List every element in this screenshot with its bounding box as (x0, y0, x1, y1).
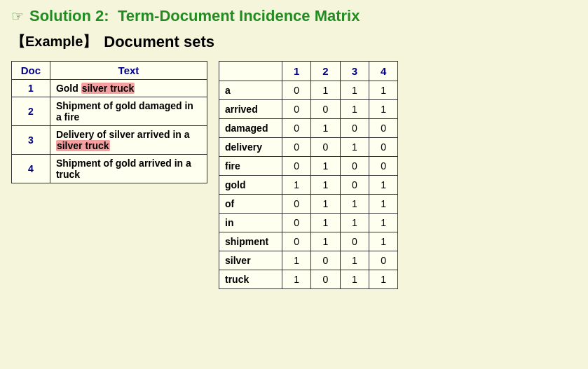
matrix-val-a-1: 0 (282, 81, 311, 100)
matrix-val-damaged-1: 0 (282, 119, 311, 138)
table-row: truck1011 (219, 270, 398, 289)
matrix-val-shipment-2: 1 (311, 232, 340, 251)
subtitle-label: Document sets (104, 33, 214, 51)
matrix-val-arrived-3: 1 (340, 100, 369, 119)
highlight-silver-truck-1: silver truck (81, 83, 135, 94)
doc-text-3: Delivery of silver arrived in a silver t… (50, 126, 207, 155)
matrix-val-arrived-2: 0 (311, 100, 340, 119)
matrix-val-gold-1: 1 (282, 176, 311, 195)
matrix-val-shipment-1: 0 (282, 232, 311, 251)
matrix-val-delivery-2: 0 (311, 138, 340, 157)
matrix-term: silver (219, 251, 282, 270)
matrix-term: damaged (219, 119, 282, 138)
matrix-val-a-2: 1 (311, 81, 340, 100)
doc-text-4: Shipment of gold arrived in a truck (50, 155, 207, 183)
matrix-val-of-1: 0 (282, 195, 311, 214)
matrix-term: a (219, 81, 282, 100)
table-row: fire0100 (219, 157, 398, 176)
matrix-val-gold-3: 0 (340, 176, 369, 195)
bracket-example: 【Example】 (11, 32, 97, 51)
matrix-val-arrived-1: 0 (282, 100, 311, 119)
matrix-val-damaged-4: 0 (369, 119, 398, 138)
finger-icon: ☞ (11, 8, 24, 25)
matrix-val-delivery-1: 0 (282, 138, 311, 157)
matrix-col-1: 1 (282, 62, 311, 81)
matrix-val-truck-3: 1 (340, 270, 369, 289)
title-text: Solution 2: Term-Document Incidence Matr… (29, 7, 360, 25)
matrix-val-of-2: 1 (311, 195, 340, 214)
matrix-val-shipment-4: 1 (369, 232, 398, 251)
matrix-term: gold (219, 176, 282, 195)
matrix-val-delivery-3: 1 (340, 138, 369, 157)
matrix-val-of-4: 1 (369, 195, 398, 214)
solution-label: Solution 2: (29, 7, 109, 25)
matrix-header-empty (219, 62, 282, 81)
doc-header: Doc (12, 62, 50, 80)
matrix-val-damaged-3: 0 (340, 119, 369, 138)
highlight-silver-truck-3: silver truck (56, 140, 110, 151)
table-row: delivery0010 (219, 138, 398, 157)
text-header: Text (50, 62, 207, 80)
matrix-val-of-3: 1 (340, 195, 369, 214)
matrix-col-4: 4 (369, 62, 398, 81)
matrix-val-gold-2: 1 (311, 176, 340, 195)
matrix-val-silver-4: 0 (369, 251, 398, 270)
table-row: 2 Shipment of gold damaged in a fire (12, 97, 207, 126)
table-row: gold1101 (219, 176, 398, 195)
matrix-val-silver-1: 1 (282, 251, 311, 270)
matrix-val-fire-1: 0 (282, 157, 311, 176)
table-row: silver1010 (219, 251, 398, 270)
main-title: Term-Document Incidence Matrix (118, 7, 360, 25)
matrix-val-gold-4: 1 (369, 176, 398, 195)
table-row: of0111 (219, 195, 398, 214)
matrix-val-arrived-4: 1 (369, 100, 398, 119)
matrix-val-fire-2: 1 (311, 157, 340, 176)
table-row: 3 Delivery of silver arrived in a silver… (12, 126, 207, 155)
doc-table: Doc Text 1 Gold silver truck 2 Shipment … (11, 61, 207, 183)
matrix-val-truck-4: 1 (369, 270, 398, 289)
matrix-val-silver-3: 1 (340, 251, 369, 270)
matrix-val-a-3: 1 (340, 81, 369, 100)
subtitle-row: 【Example】 Document sets (11, 32, 577, 51)
matrix-val-in-2: 1 (311, 214, 340, 232)
doc-text-2: Shipment of gold damaged in a fire (50, 97, 207, 126)
doc-num-2: 2 (12, 97, 50, 126)
matrix-term: shipment (219, 232, 282, 251)
matrix-term: arrived (219, 100, 282, 119)
matrix-term: delivery (219, 138, 282, 157)
content-area: Doc Text 1 Gold silver truck 2 Shipment … (11, 61, 577, 289)
matrix-term: fire (219, 157, 282, 176)
table-row: 4 Shipment of gold arrived in a truck (12, 155, 207, 183)
matrix-val-silver-2: 0 (311, 251, 340, 270)
table-row: 1 Gold silver truck (12, 80, 207, 97)
table-row: damaged0100 (219, 119, 398, 138)
doc-text-1: Gold silver truck (50, 80, 207, 97)
matrix-table: 1 2 3 4 a0111arrived0011damaged0100deliv… (219, 61, 398, 289)
matrix-val-in-1: 0 (282, 214, 311, 232)
table-row: in0111 (219, 214, 398, 232)
doc-num-3: 3 (12, 126, 50, 155)
matrix-val-truck-2: 0 (311, 270, 340, 289)
matrix-val-delivery-4: 0 (369, 138, 398, 157)
doc-num-1: 1 (12, 80, 50, 97)
matrix-val-truck-1: 1 (282, 270, 311, 289)
table-row: shipment0101 (219, 232, 398, 251)
matrix-val-in-4: 1 (369, 214, 398, 232)
table-row: arrived0011 (219, 100, 398, 119)
matrix-col-2: 2 (311, 62, 340, 81)
matrix-col-3: 3 (340, 62, 369, 81)
matrix-val-fire-4: 0 (369, 157, 398, 176)
doc-num-4: 4 (12, 155, 50, 183)
matrix-val-in-3: 1 (340, 214, 369, 232)
matrix-term: truck (219, 270, 282, 289)
title-row: ☞ Solution 2: Term-Document Incidence Ma… (11, 7, 577, 25)
table-row: a0111 (219, 81, 398, 100)
matrix-val-damaged-2: 1 (311, 119, 340, 138)
matrix-val-fire-3: 0 (340, 157, 369, 176)
matrix-term: of (219, 195, 282, 214)
matrix-val-shipment-3: 0 (340, 232, 369, 251)
matrix-val-a-4: 1 (369, 81, 398, 100)
matrix-term: in (219, 214, 282, 232)
